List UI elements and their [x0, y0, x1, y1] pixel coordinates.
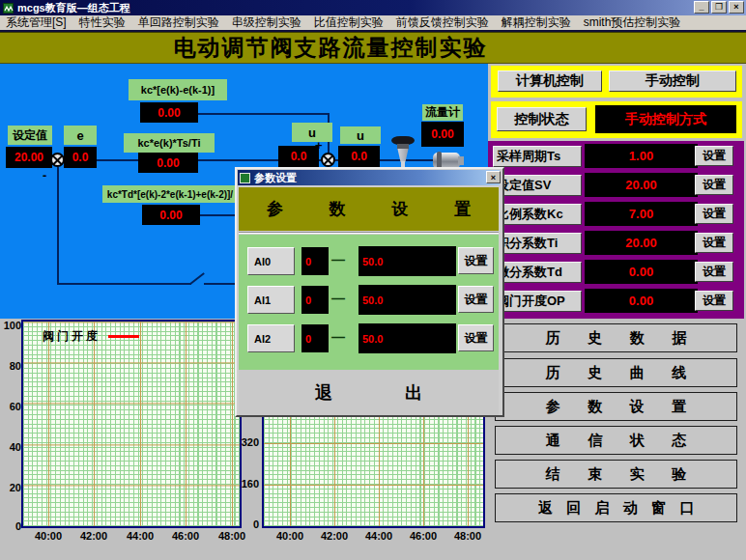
error-label: e — [64, 126, 97, 145]
i-term-formula: kc*e(k)*Ts/Ti — [124, 133, 215, 153]
dialog-title: 参数设置 — [254, 171, 297, 185]
left-chart-ytick: 0 — [0, 520, 21, 532]
menu-item-cascade[interactable]: 串级控制实验 — [232, 14, 301, 31]
flowmeter-value: 0.00 — [421, 122, 464, 147]
mcgs-dialog-icon — [240, 173, 250, 183]
summing-junction-2 — [321, 153, 335, 167]
d-term-value: 0.00 — [142, 205, 200, 225]
menu-item-decoupling[interactable]: 解耦控制实验 — [502, 14, 571, 31]
ai0-row: AI0 0 — 50.0 设置 — [239, 246, 499, 276]
history-curve-button[interactable]: 历史曲线 — [495, 358, 737, 387]
right-chart-xtick: 40:00 — [271, 530, 309, 542]
param-label-op: 阀门开度OP — [493, 291, 582, 312]
ai0-channel-button[interactable]: AI0 — [247, 247, 295, 275]
ai2-high-value: 50.0 — [359, 323, 456, 353]
param-value-td: 0.00 — [585, 260, 698, 284]
sum1-minus-sign: - — [43, 169, 46, 182]
ai0-high-value: 50.0 — [359, 246, 456, 276]
left-chart-ytick: 60 — [0, 401, 21, 412]
left-chart-ytick: 80 — [0, 360, 21, 372]
param-set-td-button[interactable]: 设置 — [695, 262, 733, 282]
parameter-settings-dialog: 参数设置 × 参数设置 AI0 0 — 50.0 设置 AI1 0 — 50.0… — [235, 167, 504, 417]
param-value-ts: 1.00 — [585, 144, 698, 168]
chart-legend: 阀门开度 — [43, 328, 139, 345]
history-data-button[interactable]: 历史数据 — [495, 323, 737, 352]
ai1-low-value: 0 — [301, 286, 329, 314]
param-label-ts: 采样周期Ts — [493, 146, 582, 167]
right-chart-xtick: 44:00 — [359, 530, 398, 542]
menu-item-feedforward[interactable]: 前馈反馈控制实验 — [396, 14, 489, 31]
ai1-range-dash: — — [331, 291, 353, 306]
title-bar: mcgs教育版—组态工程 _ ❐ × — [0, 0, 746, 15]
ai0-set-button[interactable]: 设置 — [458, 247, 494, 274]
d-term-formula: kc*Td*[e(k)-2*e(k-1)+e(k-2)]/ — [102, 185, 238, 203]
menu-item-characteristic[interactable]: 特性实验 — [79, 14, 126, 31]
menu-item-ratio[interactable]: 比值控制实验 — [314, 14, 384, 31]
menu-item-single-loop[interactable]: 单回路控制实验 — [138, 14, 219, 31]
communication-status-button[interactable]: 通信状态 — [495, 426, 737, 455]
manual-control-button[interactable]: 手动控制 — [609, 70, 736, 92]
ai1-channel-button[interactable]: AI1 — [247, 286, 295, 314]
minimize-icon[interactable]: _ — [694, 1, 709, 14]
param-label-td: 微分系数Td — [493, 262, 582, 283]
ai1-high-value: 50.0 — [359, 285, 456, 315]
menu-bar: 系统管理[S] 特性实验 单回路控制实验 串级控制实验 比值控制实验 前馈反馈控… — [0, 15, 746, 30]
param-set-sv-button[interactable]: 设置 — [695, 175, 733, 195]
menu-item-smith[interactable]: smith预估控制实验 — [584, 14, 681, 31]
feedback-line-horizontal — [57, 283, 191, 285]
flowmeter-label: 流量计 — [422, 104, 463, 121]
computer-control-button[interactable]: 计算机控制 — [498, 70, 602, 92]
dialog-title-bar[interactable]: 参数设置 — [238, 170, 500, 185]
ai2-range-dash: — — [331, 329, 353, 345]
ai0-range-dash: — — [331, 252, 353, 267]
ai2-channel-button[interactable]: AI2 — [247, 324, 295, 352]
return-start-window-button[interactable]: 返回启动窗口 — [495, 493, 737, 522]
left-chart-ytick: 100 — [0, 320, 21, 331]
left-chart-xtick: 48:00 — [213, 530, 251, 542]
left-chart-ytick: 20 — [0, 482, 21, 493]
mcgs-window: mcgs教育版—组态工程 _ ❐ × 系统管理[S] 特性实验 单回路控制实验 … — [0, 0, 746, 560]
feedback-switch — [189, 272, 204, 285]
sum2-plus-sign: + — [315, 139, 323, 152]
param-label-sv: 设定值SV — [493, 175, 582, 196]
p-term-value: 0.00 — [140, 102, 198, 123]
dialog-exit-button[interactable]: 退出 — [239, 370, 499, 415]
param-set-ti-button[interactable]: 设置 — [695, 233, 733, 253]
feedback-line-vertical — [57, 167, 59, 284]
right-chart-xtick: 46:00 — [404, 530, 443, 542]
right-chart-ytick: 320 — [234, 436, 259, 448]
dialog-close-icon[interactable]: × — [486, 171, 501, 183]
right-chart-xtick: 48:00 — [448, 530, 487, 542]
ai2-set-button[interactable]: 设置 — [458, 324, 494, 351]
left-chart-ytick: 40 — [0, 441, 21, 453]
param-set-op-button[interactable]: 设置 — [695, 291, 733, 311]
page-title: 电动调节阀支路流量控制实验 — [0, 32, 746, 64]
param-value-ti: 20.00 — [585, 231, 698, 255]
dialog-separator — [239, 232, 499, 234]
ai1-set-button[interactable]: 设置 — [458, 286, 494, 313]
param-value-kc: 7.00 — [585, 202, 698, 226]
legend-line-sample — [108, 335, 139, 338]
i-term-value: 0.00 — [138, 153, 198, 173]
left-chart-xtick: 42:00 — [74, 530, 113, 542]
param-value-sv: 20.00 — [585, 173, 698, 197]
u2-label: u — [340, 126, 381, 144]
dialog-header: 参数设置 — [239, 187, 499, 231]
param-set-kc-button[interactable]: 设置 — [695, 204, 733, 224]
p-term-formula: kc*[e(k)-e(k-1)] — [129, 79, 227, 100]
right-chart-ytick: 160 — [234, 478, 259, 490]
u1-label: u — [292, 123, 332, 142]
window-title: mcgs教育版—组态工程 — [17, 1, 130, 15]
param-label-ti: 积分系数Ti — [493, 233, 582, 254]
left-chart-xtick: 46:00 — [166, 530, 205, 542]
end-experiment-button[interactable]: 结束实验 — [495, 460, 737, 489]
restore-icon[interactable]: ❐ — [711, 1, 727, 14]
ai0-low-value: 0 — [301, 247, 329, 275]
control-status-value: 手动控制方式 — [595, 105, 736, 133]
parameter-settings-button[interactable]: 参数设置 — [495, 392, 737, 421]
close-icon[interactable]: × — [729, 1, 744, 14]
sum1-plus-sign: + — [43, 144, 50, 156]
right-chart-ytick: 0 — [234, 518, 259, 530]
param-set-ts-button[interactable]: 设置 — [695, 146, 733, 166]
menu-item-system[interactable]: 系统管理[S] — [6, 14, 67, 31]
